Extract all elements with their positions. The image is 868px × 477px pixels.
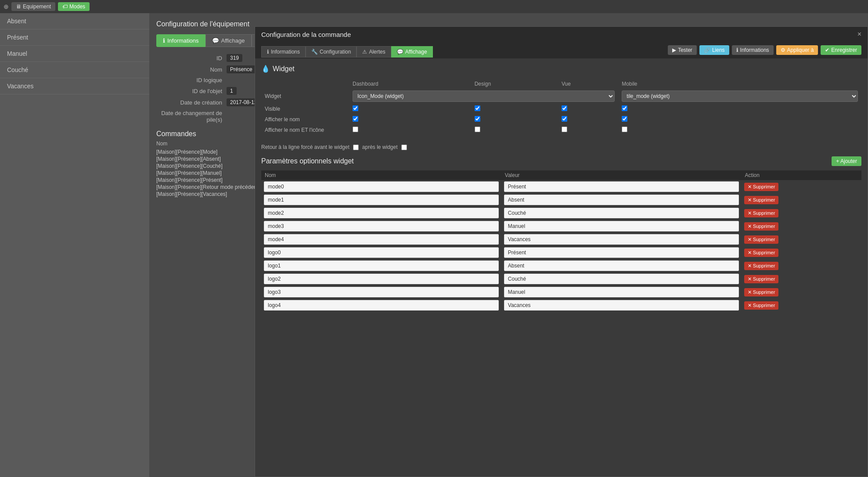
- server-icon: 🖥: [16, 4, 21, 10]
- home-icon: ⊕: [4, 3, 9, 10]
- equipement-button[interactable]: 🖥 Equipement: [11, 2, 55, 11]
- tag-icon: 🏷: [62, 4, 68, 10]
- top-bar: ⊕ 🖥 Equipement 🏷 Modes: [0, 0, 868, 13]
- modes-button[interactable]: 🏷 Modes: [58, 2, 90, 11]
